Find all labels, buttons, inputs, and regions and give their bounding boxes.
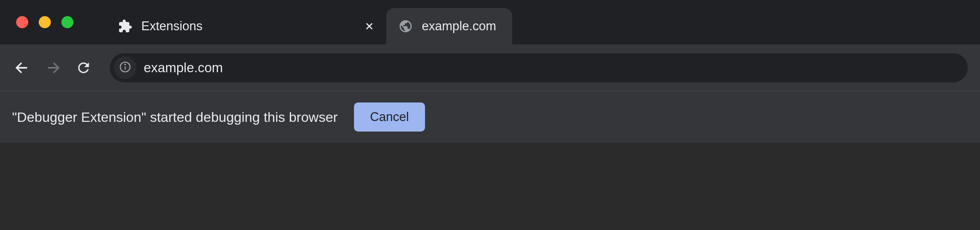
reload-button[interactable] <box>73 58 94 78</box>
puzzle-icon <box>118 19 132 33</box>
close-tab-button[interactable] <box>364 21 375 32</box>
tab-example-com[interactable]: example.com <box>386 8 512 44</box>
tab-strip: Extensions example.com <box>106 0 512 44</box>
globe-icon <box>398 19 413 33</box>
minimize-window-button[interactable] <box>39 16 51 28</box>
infobar-message: "Debugger Extension" started debugging t… <box>12 109 338 125</box>
debugger-infobar: "Debugger Extension" started debugging t… <box>0 91 980 143</box>
toolbar: example.com <box>0 44 980 91</box>
forward-button[interactable] <box>43 58 63 78</box>
url-display: example.com <box>144 60 223 75</box>
maximize-window-button[interactable] <box>61 16 73 28</box>
tab-title: example.com <box>422 19 496 33</box>
tab-extensions[interactable]: Extensions <box>106 8 386 44</box>
svg-point-2 <box>125 64 126 65</box>
site-info-button[interactable] <box>114 56 136 79</box>
back-button[interactable] <box>12 58 32 78</box>
cancel-button[interactable]: Cancel <box>354 102 425 132</box>
window-controls <box>16 16 73 28</box>
tab-bar: Extensions example.com <box>0 0 980 44</box>
address-bar[interactable]: example.com <box>110 53 968 82</box>
info-icon <box>119 61 132 75</box>
close-window-button[interactable] <box>16 16 28 28</box>
tab-title: Extensions <box>141 19 355 33</box>
